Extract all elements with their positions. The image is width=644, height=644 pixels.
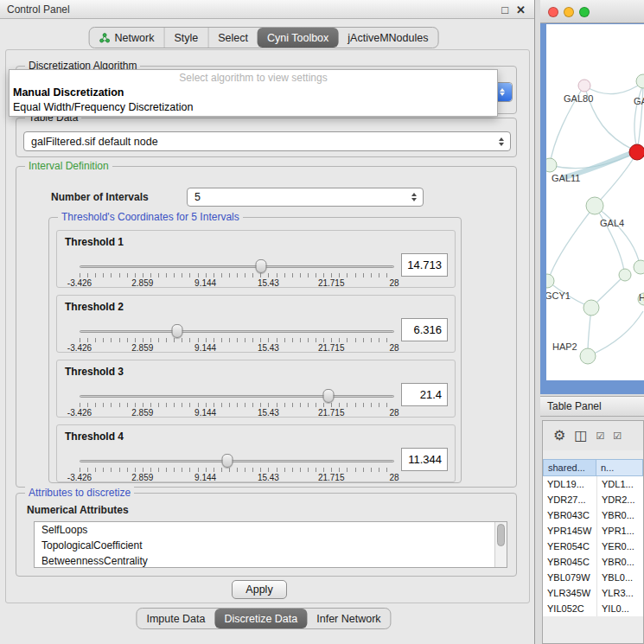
list-item[interactable]: TopologicalCoefficient bbox=[35, 538, 507, 553]
column-header-shared-name[interactable]: shared... bbox=[543, 459, 596, 476]
tab-infer-network[interactable]: Infer Network bbox=[307, 609, 390, 628]
threshold-4-slider[interactable]: -3.426 2.859 9.144 15.43 21.715 28 bbox=[80, 456, 394, 482]
network-node[interactable] bbox=[586, 197, 603, 214]
slider-track[interactable] bbox=[80, 395, 394, 398]
select-all-icon[interactable]: ☑ bbox=[596, 431, 604, 441]
threshold-2-value-input[interactable] bbox=[401, 318, 448, 341]
slider-ticks bbox=[80, 468, 394, 472]
zoom-traffic-light[interactable] bbox=[579, 7, 590, 17]
threshold-4-value-input[interactable] bbox=[401, 448, 448, 471]
table-cell[interactable]: YDL1... bbox=[596, 476, 643, 492]
threshold-1-slider[interactable]: -3.426 2.859 9.144 15.43 21.715 28 bbox=[80, 262, 394, 288]
combobox-spinner-arrows-icon[interactable] bbox=[499, 137, 504, 146]
network-node[interactable] bbox=[583, 300, 599, 316]
number-of-intervals-spinner[interactable]: 5 bbox=[187, 188, 424, 207]
node-label: GAL4 bbox=[600, 218, 624, 228]
dropdown-placeholder-option[interactable]: Select algorithm to view settings bbox=[10, 70, 497, 86]
table-cell[interactable]: YLR345W bbox=[543, 585, 596, 601]
tab-jactivemnodules[interactable]: jActiveMNodules bbox=[338, 28, 437, 48]
scale-label: 9.144 bbox=[194, 278, 216, 288]
tab-style[interactable]: Style bbox=[163, 28, 207, 48]
slider-track[interactable] bbox=[80, 265, 394, 268]
network-nodes bbox=[546, 74, 644, 364]
table-cell[interactable]: YBR045C bbox=[543, 554, 596, 570]
minimize-traffic-light[interactable] bbox=[564, 7, 574, 17]
network-node[interactable] bbox=[634, 260, 644, 274]
tab-network[interactable]: Network bbox=[90, 28, 164, 48]
threshold-2-slider[interactable]: -3.426 2.859 9.144 15.43 21.715 28 bbox=[80, 327, 394, 353]
attributes-group-label: Attributes to discretize bbox=[25, 487, 134, 499]
network-node[interactable] bbox=[578, 80, 590, 92]
table-row[interactable]: YPR145W YPR1... bbox=[543, 523, 643, 539]
network-view-window[interactable]: GAL80 GA GAL11 GAL4 GCY1 H HAP2 bbox=[540, 0, 644, 394]
gear-icon[interactable]: ⚙ bbox=[553, 429, 565, 443]
table-row[interactable]: YDR27... YDR2... bbox=[543, 492, 643, 507]
network-canvas[interactable]: GAL80 GA GAL11 GAL4 GCY1 H HAP2 bbox=[546, 24, 644, 380]
list-item[interactable]: BetweennessCentrality bbox=[35, 553, 507, 568]
table-row[interactable]: YBR045C YBR0... bbox=[543, 554, 643, 570]
network-node[interactable] bbox=[546, 158, 557, 172]
table-cell[interactable]: YBL0... bbox=[596, 570, 643, 585]
table-cell[interactable]: YDR27... bbox=[543, 492, 596, 507]
table-cell[interactable]: YER054C bbox=[543, 539, 596, 554]
tab-discretize-data-label: Discretize Data bbox=[225, 613, 298, 625]
list-item[interactable]: SelfLoops bbox=[35, 522, 507, 538]
slider-thumb[interactable] bbox=[256, 259, 267, 273]
table-data-combobox[interactable]: galFiltered.sif default node bbox=[23, 131, 511, 151]
algorithm-dropdown-popup: Select algorithm to view settings Manual… bbox=[9, 69, 498, 117]
float-window-icon[interactable]: □ bbox=[501, 4, 508, 16]
table-cell[interactable]: YPR145W bbox=[543, 523, 596, 539]
slider-track[interactable] bbox=[80, 330, 394, 333]
table-cell[interactable]: YIL0... bbox=[596, 601, 643, 616]
number-of-intervals-value: 5 bbox=[188, 191, 411, 203]
table-row[interactable]: YBL079W YBL0... bbox=[543, 570, 643, 585]
control-panel-titlebar: Control Panel □ ✕ bbox=[0, 0, 534, 19]
selected-network-node[interactable] bbox=[629, 144, 644, 160]
threshold-1-value-input[interactable] bbox=[401, 253, 448, 277]
dropdown-option-manual-discretization[interactable]: Manual Discretization bbox=[10, 86, 497, 100]
table-row[interactable]: YDL19... YDL1... bbox=[543, 476, 643, 492]
slider-thumb[interactable] bbox=[171, 324, 182, 338]
table-header-row: shared... n... bbox=[543, 459, 643, 476]
columns-icon[interactable]: ◫ bbox=[574, 429, 587, 443]
tab-impute-data[interactable]: Impute Data bbox=[137, 609, 214, 628]
scale-label: 9.144 bbox=[194, 343, 216, 353]
unselect-all-icon[interactable]: ☑ bbox=[613, 431, 622, 441]
table-cell[interactable]: YBL079W bbox=[543, 570, 596, 585]
tab-select[interactable]: Select bbox=[207, 28, 258, 48]
tab-cyni-toolbox[interactable]: Cyni Toolbox bbox=[258, 28, 338, 48]
table-cell[interactable]: YBR0... bbox=[596, 507, 643, 523]
tab-discretize-data[interactable]: Discretize Data bbox=[215, 609, 308, 628]
apply-button[interactable]: Apply bbox=[232, 580, 287, 599]
close-icon[interactable]: ✕ bbox=[516, 4, 526, 16]
slider-ticks bbox=[80, 338, 394, 342]
dropdown-option-equal-width-frequency[interactable]: Equal Width/Frequency Discretization bbox=[10, 100, 497, 115]
table-row[interactable]: YIL052C YIL0... bbox=[543, 601, 643, 616]
slider-thumb[interactable] bbox=[222, 454, 233, 468]
scale-label: 28 bbox=[389, 343, 399, 353]
spinner-arrows-icon[interactable] bbox=[411, 193, 417, 201]
table-cell[interactable]: YBR043C bbox=[543, 507, 596, 523]
slider-track[interactable] bbox=[80, 460, 394, 462]
table-cell[interactable]: YIL052C bbox=[543, 601, 596, 616]
table-cell[interactable]: YLR3... bbox=[596, 585, 643, 601]
column-header-name[interactable]: n... bbox=[596, 459, 643, 476]
network-node[interactable] bbox=[619, 269, 631, 281]
list-scrollbar-thumb[interactable] bbox=[497, 524, 505, 546]
numerical-attributes-list[interactable]: SelfLoops TopologicalCoefficient Between… bbox=[34, 521, 507, 568]
list-scrollbar[interactable] bbox=[494, 522, 507, 567]
table-cell[interactable]: YDR2... bbox=[596, 492, 643, 507]
network-node[interactable] bbox=[580, 348, 596, 364]
threshold-3-value-input[interactable] bbox=[401, 383, 448, 406]
close-traffic-light[interactable] bbox=[548, 7, 558, 17]
table-cell[interactable]: YPR1... bbox=[596, 523, 643, 539]
table-cell[interactable]: YBR0... bbox=[596, 554, 643, 570]
tab-style-label: Style bbox=[174, 32, 198, 44]
slider-thumb[interactable] bbox=[322, 389, 334, 403]
table-cell[interactable]: YER0... bbox=[596, 539, 643, 554]
threshold-3-slider[interactable]: -3.426 2.859 9.144 15.43 21.715 28 bbox=[80, 392, 394, 418]
table-row[interactable]: YER054C YER0... bbox=[543, 539, 643, 554]
table-row[interactable]: YBR043C YBR0... bbox=[543, 507, 643, 523]
table-row[interactable]: YLR345W YLR3... bbox=[543, 585, 643, 601]
table-cell[interactable]: YDL19... bbox=[543, 476, 596, 492]
